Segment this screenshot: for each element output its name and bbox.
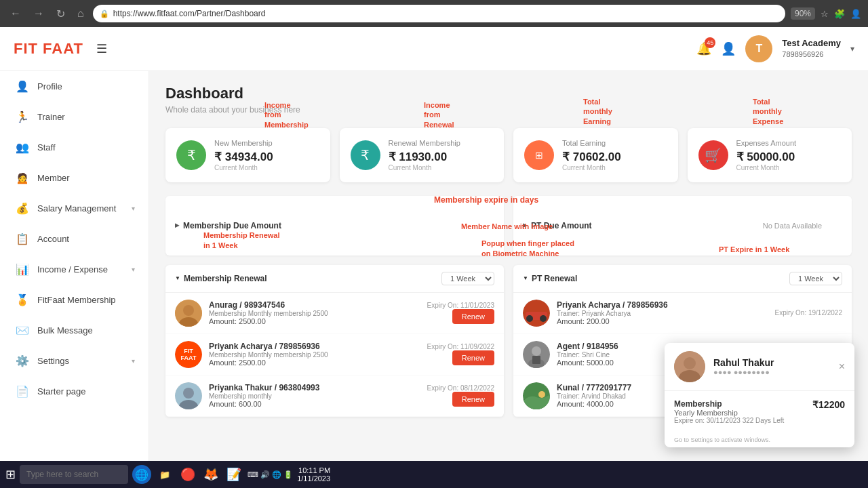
member-amount: Amount: 200.00 xyxy=(557,317,768,325)
user-dropdown-arrow[interactable]: ▾ xyxy=(850,44,854,54)
membership-due-title: Membership Due Amount xyxy=(175,221,281,230)
settings-arrow: ▾ xyxy=(132,357,135,365)
membership-renewal-header: Membership Renewal 1 Week 2 Week 1 Month xyxy=(165,265,504,293)
svg-point-1 xyxy=(183,305,194,316)
svg-point-9 xyxy=(540,315,547,322)
home-button[interactable]: ⌂ xyxy=(74,6,87,21)
stat-card-earning: ⊞ Total Earning ₹ 70602.00 Current Month xyxy=(513,128,678,182)
biometric-close-button[interactable]: × xyxy=(839,361,845,373)
url-text: https://www.fitfaat.com/Partner/Dashboar… xyxy=(113,9,266,18)
renewal-period: Current Month xyxy=(389,164,460,171)
member-actions: Expiry On: 11/09/2022 Renew xyxy=(427,343,494,365)
biometric-user-id: ●●●● ●●●●●●●● xyxy=(713,368,774,376)
user-icon-button[interactable]: 👤 xyxy=(721,41,736,56)
sidebar-item-staff[interactable]: 👥 Staff xyxy=(0,132,149,163)
stat-card-renewal: ₹ Renewal Membership ₹ 11930.00 Current … xyxy=(340,128,505,182)
due-sections: Membership Due Amount PT Due Amount No D… xyxy=(165,196,852,256)
earning-label: Total Earning xyxy=(562,139,621,147)
salary-icon: 💰 xyxy=(16,202,29,215)
sidebar-label-salary: Salary Management xyxy=(37,203,116,214)
starter-icon: 📄 xyxy=(16,385,29,398)
page-title: Dashboard xyxy=(165,85,852,102)
sidebar-item-member[interactable]: 🙍 Member xyxy=(0,163,149,193)
user-id: 7898956926 xyxy=(782,49,841,59)
svg-rect-13 xyxy=(532,356,540,364)
income-arrow: ▾ xyxy=(132,266,135,273)
renew-button[interactable]: Renew xyxy=(452,392,494,407)
url-bar[interactable]: 🔒 https://www.fitfaat.com/Partner/Dashbo… xyxy=(93,5,785,22)
member-meta: Membership Monthly membership 2500 xyxy=(209,310,420,317)
member-info: Anurag / 989347546 Membership Monthly me… xyxy=(209,300,420,325)
settings-icon: ⚙️ xyxy=(16,354,29,367)
windows-activation-note: Go to Settings to activate Windows. xyxy=(665,432,854,447)
notification-badge: 45 xyxy=(705,37,715,48)
new-membership-info: New Membership ₹ 34934.00 Current Month xyxy=(214,139,273,171)
page-subtitle: Whole data about your business here xyxy=(165,105,852,115)
reload-button[interactable]: ↻ xyxy=(53,6,68,22)
membership-renewal-week-filter[interactable]: 1 Week 2 Week 1 Month xyxy=(441,272,494,285)
sidebar-item-bulk[interactable]: ✉️ Bulk Message xyxy=(0,315,149,346)
new-membership-value: ₹ 34934.00 xyxy=(214,150,273,164)
pt-renewal-week-filter[interactable]: 1 Week 2 Week 1 Month xyxy=(789,272,842,285)
sidebar-item-account[interactable]: 📋 Account xyxy=(0,224,149,254)
profile-icon[interactable]: 👤 xyxy=(850,9,861,19)
hamburger-menu[interactable]: ☰ xyxy=(96,41,107,56)
forward-button[interactable]: → xyxy=(30,6,47,21)
member-amount: Amount: 2500.00 xyxy=(209,317,420,325)
sidebar-item-starter[interactable]: 📄 Starter page xyxy=(0,376,149,407)
table-row: Priyank Acharya / 789856936 Trainer: Pri… xyxy=(513,293,852,334)
expenses-value: ₹ 50000.00 xyxy=(736,150,797,164)
member-name: Priyanka Thakur / 963804993 xyxy=(209,383,420,392)
bulk-icon: ✉️ xyxy=(16,324,29,337)
trainer-icon: 🏃 xyxy=(16,110,29,123)
pt-due-header: PT Due Amount No Data Available xyxy=(513,196,852,256)
new-membership-label: New Membership xyxy=(214,139,273,147)
sidebar-item-trainer[interactable]: 🏃 Trainer xyxy=(0,102,149,132)
biometric-membership-details: Membership Yearly Membership Expire on: … xyxy=(674,399,784,424)
renew-button[interactable]: Renew xyxy=(452,350,494,365)
member-expiry: Expiry On: 08/12/2022 xyxy=(427,384,494,392)
back-button[interactable]: ← xyxy=(7,6,24,21)
sidebar-item-income[interactable]: 📊 Income / Expense ▾ xyxy=(0,254,149,285)
member-meta: Trainer: Priyank Acharya xyxy=(557,310,768,317)
member-actions: Expiry On: 08/12/2022 Renew xyxy=(427,384,494,407)
sidebar-label-profile: Profile xyxy=(37,81,62,92)
star-icon[interactable]: ☆ xyxy=(821,9,829,19)
sidebar-item-fitfaat[interactable]: 🏅 FitFaat Membership xyxy=(0,285,149,315)
renew-button[interactable]: Renew xyxy=(452,309,494,324)
account-icon: 📋 xyxy=(16,232,29,245)
biometric-membership-row: Membership Yearly Membership Expire on: … xyxy=(674,399,845,424)
expenses-info: Expenses Amount ₹ 50000.00 Current Month xyxy=(736,139,797,171)
member-amount: Amount: 2500.00 xyxy=(209,359,420,367)
sidebar-label-account: Account xyxy=(37,234,69,244)
notifications-button[interactable]: 🔔 45 xyxy=(696,41,711,56)
member-info: Priyanka Thakur / 963804993 Membership m… xyxy=(209,383,420,408)
member-name: Priyank Acharya / 789856936 xyxy=(209,342,420,351)
member-expiry: Expiry On: 11/01/2023 xyxy=(427,302,494,309)
browser-chrome: ← → ↻ ⌂ 🔒 https://www.fitfaat.com/Partne… xyxy=(0,0,868,27)
sidebar-item-profile[interactable]: 👤 Profile xyxy=(0,71,149,102)
renewal-icon: ₹ xyxy=(351,140,380,170)
svg-point-11 xyxy=(532,346,541,356)
profile-icon: 👤 xyxy=(16,80,29,93)
biometric-membership-type: Yearly Membership xyxy=(674,409,784,417)
svg-point-4 xyxy=(183,388,194,399)
svg-point-8 xyxy=(526,315,533,322)
svg-point-16 xyxy=(538,391,545,398)
pt-due-title: PT Due Amount xyxy=(523,221,592,230)
sidebar-item-salary[interactable]: 💰 Salary Management ▾ xyxy=(0,193,149,224)
sidebar-item-settings[interactable]: ⚙️ Settings ▾ xyxy=(0,346,149,376)
salary-arrow: ▾ xyxy=(132,205,135,212)
ext-icon[interactable]: 🧩 xyxy=(834,9,845,19)
member-meta: Membership Monthly membership 2500 xyxy=(209,351,420,359)
logo: FIT FAAT ☰ xyxy=(14,40,107,58)
member-avatar xyxy=(175,382,202,409)
earning-value: ₹ 70602.00 xyxy=(562,150,621,164)
member-expiry: Expiry On: 19/12/2022 xyxy=(774,309,842,317)
top-nav-right: 🔔 45 👤 T Test Academy 7898956926 ▾ xyxy=(696,35,854,62)
member-avatar xyxy=(523,341,550,368)
table-row: Anurag / 989347546 Membership Monthly me… xyxy=(165,293,504,334)
expenses-period: Current Month xyxy=(736,164,797,171)
member-name: Anurag / 989347546 xyxy=(209,300,420,310)
member-actions: Expiry On: 11/01/2023 Renew xyxy=(427,302,494,324)
